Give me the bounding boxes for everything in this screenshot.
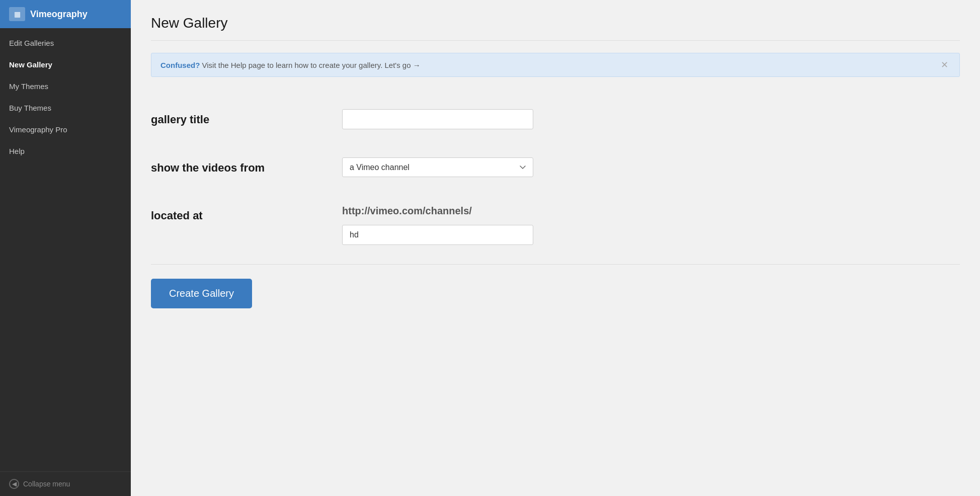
sidebar-item-vimeography-pro[interactable]: Vimeography Pro (0, 119, 131, 140)
show-videos-wrapper: a Vimeo channel a Vimeo album a Vimeo gr… (342, 157, 960, 177)
sidebar-item-help[interactable]: Help (0, 140, 131, 162)
located-at-row: located at http://vimeo.com/channels/ (151, 191, 960, 259)
bottom-divider (151, 264, 960, 265)
info-banner-bold: Confused? (160, 61, 200, 69)
info-banner-close-button[interactable]: ✕ (939, 60, 950, 69)
gallery-title-input[interactable] (342, 109, 533, 129)
sidebar-item-edit-galleries[interactable]: Edit Galleries (0, 32, 131, 54)
located-at-input[interactable] (342, 225, 533, 245)
collapse-arrow-icon: ◀ (9, 479, 19, 489)
main-content: New Gallery Confused? Visit the Help pag… (131, 0, 980, 496)
info-banner: Confused? Visit the Help page to learn h… (151, 53, 960, 77)
gallery-title-wrapper (342, 109, 960, 129)
sidebar-item-new-gallery[interactable]: New Gallery (0, 54, 131, 75)
sidebar: ▦ Vimeography Edit Galleries New Gallery… (0, 0, 131, 496)
show-videos-row: show the videos from a Vimeo channel a V… (151, 143, 960, 191)
sidebar-item-buy-themes[interactable]: Buy Themes (0, 97, 131, 119)
show-videos-select[interactable]: a Vimeo channel a Vimeo album a Vimeo gr… (342, 157, 533, 177)
show-videos-label: show the videos from (151, 157, 322, 175)
located-at-label: located at (151, 205, 322, 222)
located-at-url-prefix: http://vimeo.com/channels/ (342, 205, 960, 217)
collapse-menu-label: Collapse menu (23, 480, 70, 488)
create-gallery-button[interactable]: Create Gallery (151, 279, 252, 308)
collapse-menu-button[interactable]: ◀ Collapse menu (0, 471, 131, 496)
sidebar-nav: Edit Galleries New Gallery My Themes Buy… (0, 28, 131, 471)
sidebar-header: ▦ Vimeography (0, 0, 131, 28)
new-gallery-form: gallery title show the videos from a Vim… (151, 95, 960, 259)
located-at-wrapper: http://vimeo.com/channels/ (342, 205, 960, 245)
app-logo-icon: ▦ (9, 7, 25, 21)
info-banner-body: Visit the Help page to learn how to crea… (200, 61, 420, 69)
title-divider (151, 40, 960, 41)
sidebar-item-my-themes[interactable]: My Themes (0, 75, 131, 97)
gallery-title-label: gallery title (151, 109, 322, 126)
app-title: Vimeography (30, 9, 88, 20)
gallery-title-row: gallery title (151, 95, 960, 143)
info-banner-text: Confused? Visit the Help page to learn h… (160, 61, 421, 69)
page-title: New Gallery (151, 15, 960, 31)
